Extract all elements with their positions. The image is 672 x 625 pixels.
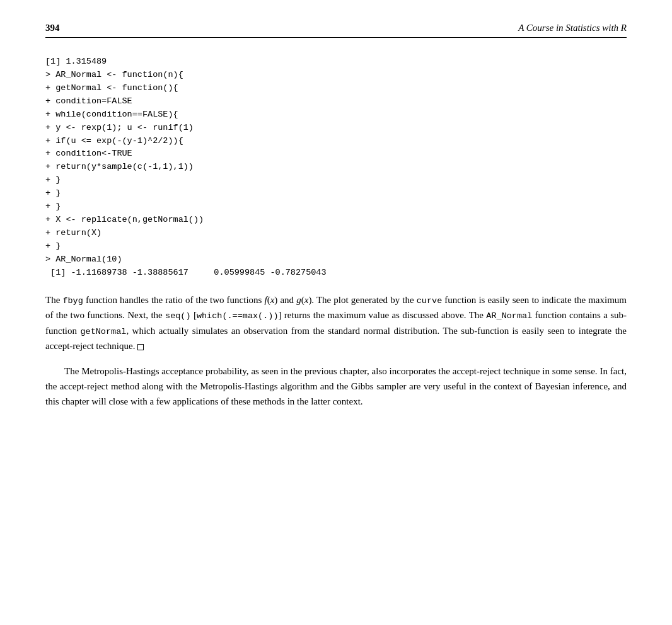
paragraph-1: The fbyg function handles the ratio of t… (45, 292, 627, 354)
prose-section: The fbyg function handles the ratio of t… (45, 292, 627, 410)
page: 394 A Course in Statistics with R [1] 1.… (0, 0, 672, 625)
inline-code-fbyg: fbyg (62, 296, 83, 306)
paragraph-2: The Metropolis-Hastings acceptance proba… (45, 364, 627, 409)
inline-code-getnormal: getNormal (80, 327, 126, 336)
code-block: [1] 1.315489 > AR_Normal <- function(n){… (45, 55, 627, 280)
page-title: A Course in Statistics with R (518, 23, 627, 33)
code-line-1: [1] 1.315489 > AR_Normal <- function(n){… (45, 57, 327, 277)
math-x2: x (304, 295, 309, 305)
math-gx: g (296, 295, 301, 305)
page-header: 394 A Course in Statistics with R (45, 23, 627, 38)
inline-code-arnormal: AR_Normal (486, 311, 532, 321)
proof-end-symbol (137, 344, 144, 350)
inline-code-seq: seq() (165, 311, 191, 321)
page-number: 394 (45, 23, 60, 33)
inline-code-curve: curve (417, 296, 443, 306)
math-fx: f (265, 295, 267, 305)
inline-code-which: which(.==max(.)) (197, 311, 279, 321)
math-x1: x (270, 295, 275, 305)
